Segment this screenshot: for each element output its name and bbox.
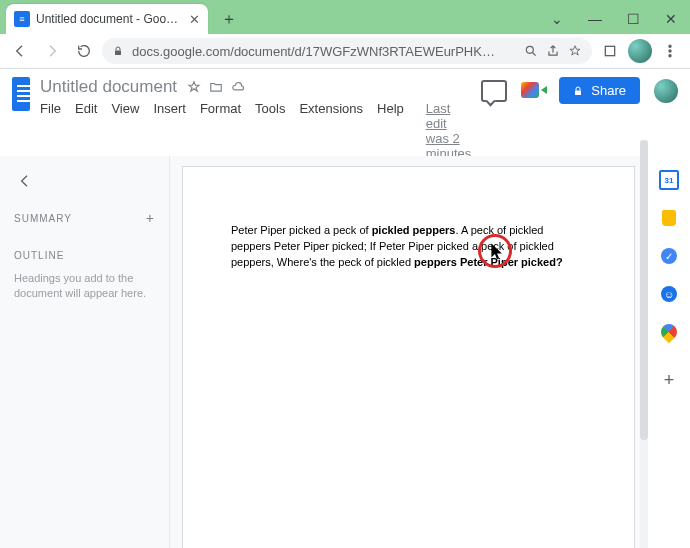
get-addons-icon[interactable]: + <box>659 370 679 390</box>
sidebar-summary-heading[interactable]: SUMMARY + <box>14 210 155 226</box>
keep-icon[interactable] <box>659 208 679 228</box>
svg-point-4 <box>669 50 671 52</box>
docs-favicon: ≡ <box>14 11 30 27</box>
sidebar-back-button[interactable] <box>14 170 36 192</box>
new-tab-button[interactable]: ＋ <box>216 6 242 32</box>
tab-title: Untitled document - Google Doc <box>36 12 183 26</box>
nav-forward-button[interactable] <box>38 37 66 65</box>
svg-point-3 <box>669 45 671 47</box>
google-side-panel: ✓ ☺ + <box>647 156 690 548</box>
add-summary-icon[interactable]: + <box>146 210 155 226</box>
bookmark-star-icon[interactable] <box>568 44 582 58</box>
cloud-status-icon[interactable] <box>231 80 245 94</box>
vertical-scrollbar[interactable] <box>640 140 648 548</box>
contacts-icon[interactable]: ☺ <box>659 284 679 304</box>
extensions-icon[interactable] <box>596 37 624 65</box>
kebab-menu-icon[interactable] <box>656 37 684 65</box>
svg-point-5 <box>669 55 671 57</box>
body-run-1[interactable]: Peter Piper picked a peck of <box>231 224 372 236</box>
share-url-icon[interactable] <box>546 44 560 58</box>
lock-icon <box>112 45 124 57</box>
nav-reload-button[interactable] <box>70 37 98 65</box>
calendar-icon[interactable] <box>659 170 679 190</box>
account-avatar[interactable] <box>654 79 678 103</box>
browser-title-bar: ≡ Untitled document - Google Doc ✕ ＋ ⌄ —… <box>0 0 690 34</box>
window-minimize-icon[interactable]: — <box>576 4 614 34</box>
window-close-icon[interactable]: ✕ <box>652 4 690 34</box>
maps-icon[interactable] <box>659 322 679 342</box>
nav-back-button[interactable] <box>6 37 34 65</box>
omnibox-url: docs.google.com/document/d/17WGFzWNf3RTA… <box>132 44 516 59</box>
share-button[interactable]: Share <box>559 77 640 104</box>
body-bold-2[interactable]: peppers Peter Piper picked? <box>414 256 563 268</box>
comment-history-icon[interactable] <box>481 80 507 102</box>
svg-rect-6 <box>575 90 581 95</box>
svg-rect-0 <box>115 51 121 56</box>
document-title[interactable]: Untitled document <box>40 77 177 97</box>
sidebar-outline-heading: OUTLINE <box>14 250 155 261</box>
browser-tab[interactable]: ≡ Untitled document - Google Doc ✕ <box>6 4 208 34</box>
profile-avatar[interactable] <box>628 39 652 63</box>
star-icon[interactable] <box>187 80 201 94</box>
document-page[interactable]: Peter Piper picked a peck of pickled pep… <box>182 166 635 548</box>
docs-logo-icon[interactable] <box>12 77 30 111</box>
svg-point-1 <box>526 46 533 53</box>
share-button-label: Share <box>591 83 626 98</box>
meet-icon[interactable] <box>521 82 545 100</box>
window-chevron-icon[interactable]: ⌄ <box>538 4 576 34</box>
scrollbar-thumb[interactable] <box>640 140 648 440</box>
document-canvas[interactable]: Peter Piper picked a peck of pickled pep… <box>170 156 647 548</box>
outline-sidebar: SUMMARY + OUTLINE Headings you add to th… <box>0 156 170 548</box>
tasks-icon[interactable]: ✓ <box>659 246 679 266</box>
body-bold-1[interactable]: pickled peppers <box>372 224 456 236</box>
workspace: SUMMARY + OUTLINE Headings you add to th… <box>0 156 690 548</box>
window-controls: ⌄ — ☐ ✕ <box>538 4 690 34</box>
move-folder-icon[interactable] <box>209 80 223 94</box>
page-zoom-icon[interactable] <box>524 44 538 58</box>
tab-close-icon[interactable]: ✕ <box>189 12 200 27</box>
omnibox[interactable]: docs.google.com/document/d/17WGFzWNf3RTA… <box>102 38 592 64</box>
svg-rect-2 <box>605 46 614 55</box>
window-maximize-icon[interactable]: ☐ <box>614 4 652 34</box>
browser-address-bar: docs.google.com/document/d/17WGFzWNf3RTA… <box>0 34 690 69</box>
sidebar-outline-hint: Headings you add to the document will ap… <box>14 271 155 302</box>
